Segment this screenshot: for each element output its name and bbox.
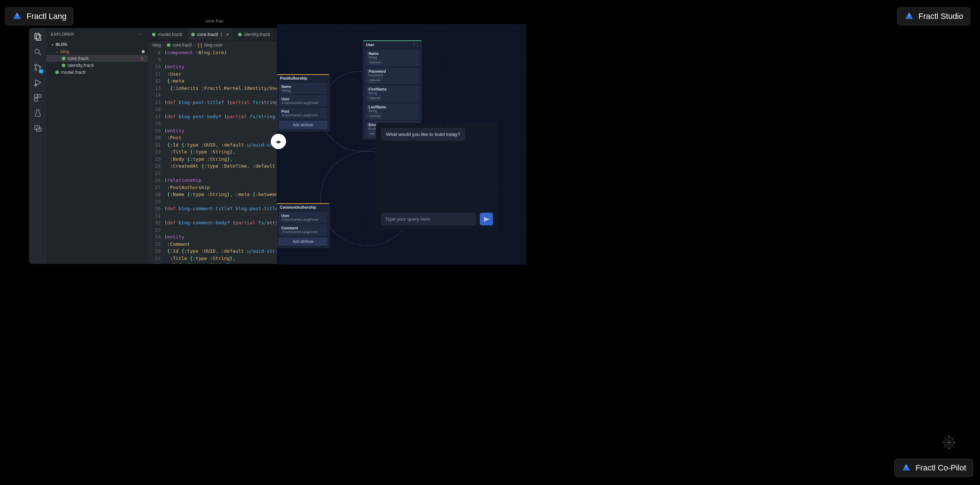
chat-prompt-message: What would you like to build today? <box>381 128 465 141</box>
tree-file-identity[interactable]: identity.fractl <box>46 62 148 69</box>
pane-splitter-handle[interactable]: ◂▸ <box>271 134 286 149</box>
drag-icon[interactable]: ⋮⋮ <box>319 111 325 116</box>
copilot-chat-panel: What would you like to build today? <box>376 123 498 231</box>
split-arrows-icon: ◂▸ <box>275 138 282 145</box>
run-debug-icon[interactable] <box>33 78 43 87</box>
attr-row[interactable]: User:Fractl.Kernel.Lang/Email⋮⋮ <box>279 212 328 223</box>
test-icon[interactable] <box>33 108 43 118</box>
drag-icon[interactable]: ⋮⋮ <box>411 74 417 78</box>
file-tree: ⌄ blog core.fractl 1 identity.fractl mod… <box>46 48 148 76</box>
attr-row[interactable]: Comment:Fractl.Kernel.Lang/UUID⋮⋮ <box>279 224 328 235</box>
drag-icon[interactable]: ⋮⋮ <box>319 227 325 232</box>
svg-point-4 <box>35 64 37 66</box>
file-icon <box>238 33 242 37</box>
attr-row[interactable]: :LastName:StringOptional⋮⋮ <box>365 103 420 120</box>
chat-icon[interactable] <box>33 123 43 134</box>
svg-line-3 <box>39 53 41 55</box>
attr-row[interactable]: User:Fractl.Kernel.Lang/Email⋮⋮ <box>279 95 328 107</box>
svg-marker-25 <box>907 13 911 16</box>
add-attribute-button[interactable]: Add attribute <box>279 237 328 246</box>
chat-input[interactable] <box>381 213 476 226</box>
fractl-logo-icon <box>901 463 911 473</box>
svg-line-20 <box>949 442 955 449</box>
file-icon <box>152 33 156 37</box>
svg-rect-0 <box>35 33 39 39</box>
attr-row[interactable]: :FirstName:StringOptional⋮⋮ <box>365 86 420 102</box>
attr-row[interactable]: Name:String⋮⋮ <box>279 83 328 94</box>
attr-row[interactable]: :Password:PasswordOptional⋮⋮ <box>365 68 420 84</box>
chat-send-button[interactable] <box>480 213 493 226</box>
explorer-sidebar: EXPLORER ··· ⌄BLOG ⌄ blog core.fractl 1 … <box>46 28 148 264</box>
svg-rect-10 <box>38 95 41 97</box>
fractl-logo-icon <box>904 11 914 21</box>
file-icon <box>167 43 170 47</box>
send-icon <box>484 216 489 222</box>
drag-icon[interactable]: ⋮⋮ <box>411 56 417 61</box>
file-icon <box>191 33 195 37</box>
label-fractl-copilot: Fractl Co-Pilot <box>894 459 973 477</box>
namespace-icon: { } <box>197 43 202 48</box>
chevron-down-icon[interactable]: ⌄ <box>51 42 54 46</box>
card-comment-authorship[interactable]: CommentAuthorship User:Fractl.Kernel.Lan… <box>277 203 330 248</box>
file-icon <box>55 70 59 74</box>
scm-badge: 11 <box>38 69 44 74</box>
explorer-icon[interactable] <box>33 32 43 42</box>
tree-file-model[interactable]: model.fractl <box>46 69 148 76</box>
explorer-more-icon[interactable]: ··· <box>137 31 143 37</box>
search-icon[interactable] <box>33 47 43 57</box>
drag-icon[interactable]: ⋮⋮ <box>319 215 325 220</box>
workspace-name: BLOG <box>56 42 67 46</box>
svg-rect-12 <box>35 126 40 129</box>
drag-icon[interactable]: ⋮⋮ <box>319 86 325 91</box>
explorer-title: EXPLORER <box>51 32 74 37</box>
svg-point-5 <box>35 69 37 70</box>
attr-row[interactable]: Post:Fractl.Kernel.Lang/UUID⋮⋮ <box>279 108 328 119</box>
modified-dot-icon <box>142 50 145 53</box>
file-icon <box>62 57 65 60</box>
ai-sparkle-icon[interactable] <box>941 434 958 451</box>
tab-identity[interactable]: identity.fractl <box>234 28 275 41</box>
close-icon[interactable]: × <box>226 32 229 37</box>
extensions-icon[interactable] <box>33 93 43 103</box>
svg-marker-23 <box>15 13 19 16</box>
svg-rect-1 <box>37 35 41 40</box>
drag-icon[interactable]: ⋮⋮ <box>319 99 325 103</box>
line-gutter: 8910111213141516171819202122232425262728… <box>148 49 164 264</box>
activity-bar: 11 <box>29 28 46 264</box>
source-control-icon[interactable]: 11 <box>33 62 43 72</box>
svg-marker-27 <box>904 464 908 468</box>
file-icon <box>62 64 65 67</box>
svg-point-6 <box>39 67 41 68</box>
chevron-down-icon: ⌄ <box>55 49 58 53</box>
drag-icon[interactable]: ⋮⋮ <box>412 43 418 47</box>
tab-model[interactable]: model.fractl <box>148 28 187 41</box>
card-post-authorship[interactable]: PostAuthorship Name:String⋮⋮ User:Fractl… <box>277 74 330 131</box>
fractl-logo-icon <box>12 11 22 21</box>
window-title: core.frac <box>153 18 276 24</box>
svg-rect-11 <box>35 98 37 101</box>
tree-folder-blog[interactable]: ⌄ blog <box>46 48 148 55</box>
svg-point-2 <box>35 49 39 53</box>
attr-row[interactable]: :Name:StringOptional⋮⋮ <box>365 50 420 67</box>
svg-line-19 <box>943 436 949 442</box>
tree-file-core[interactable]: core.fractl 1 <box>46 55 148 62</box>
drag-icon[interactable]: ⋮⋮ <box>411 110 417 114</box>
add-attribute-button[interactable]: Add attribute <box>279 121 328 129</box>
drag-icon[interactable]: ⋮⋮ <box>411 92 417 96</box>
svg-line-18 <box>949 436 955 442</box>
label-fractl-lang: Fractl Lang <box>5 7 73 25</box>
label-fractl-studio: Fractl Studio <box>897 7 970 25</box>
tab-core[interactable]: core.fractl1× <box>187 28 234 41</box>
svg-rect-9 <box>35 95 37 97</box>
svg-line-21 <box>943 442 949 449</box>
